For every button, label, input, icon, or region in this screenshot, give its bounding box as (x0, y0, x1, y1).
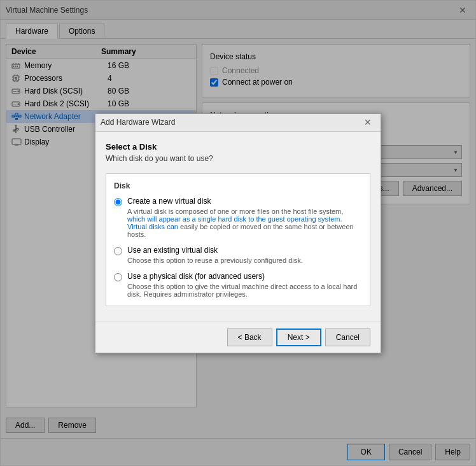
modal-heading: Select a Disk (106, 142, 370, 152)
radio-existing-virtual-desc: Choose this option to reuse a previously… (127, 257, 303, 264)
radio-physical-disk: Use a physical disk (for advanced users)… (114, 272, 362, 298)
modal-title: Add Hardware Wizard (101, 118, 175, 127)
radio-new-virtual-label: Create a new virtual disk (127, 197, 211, 206)
radio-physical-disk-input[interactable] (114, 273, 122, 281)
modal-subheading: Which disk do you want to use? (106, 154, 370, 163)
disk-group-box: Disk Create a new virtual disk A virtual… (106, 173, 370, 306)
disk-group-label: Disk (114, 181, 362, 190)
radio-physical-disk-desc: Choose this option to give the virtual m… (127, 283, 362, 298)
main-window: Virtual Machine Settings ✕ Hardware Opti… (0, 0, 476, 466)
modal-close-button[interactable]: ✕ (360, 116, 375, 129)
radio-physical-disk-label: Use a physical disk (for advanced users) (127, 272, 265, 281)
radio-existing-virtual: Use an existing virtual disk Choose this… (114, 246, 362, 264)
radio-new-virtual: Create a new virtual disk A virtual disk… (114, 197, 362, 238)
back-button[interactable]: < Back (227, 328, 272, 346)
modal-cancel-button[interactable]: Cancel (325, 328, 370, 346)
modal-title-bar: Add Hardware Wizard ✕ (95, 114, 381, 132)
radio-new-virtual-desc: A virtual disk is composed of one or mor… (127, 208, 362, 238)
radio-existing-virtual-input[interactable] (114, 247, 122, 255)
modal-dialog: Add Hardware Wizard ✕ Select a Disk Whic… (95, 113, 381, 353)
radio-existing-virtual-label: Use an existing virtual disk (127, 246, 218, 255)
modal-overlay: Add Hardware Wizard ✕ Select a Disk Whic… (1, 1, 475, 465)
radio-new-virtual-input[interactable] (114, 198, 122, 206)
modal-body: Select a Disk Which disk do you want to … (95, 132, 381, 321)
modal-footer: < Back Next > Cancel (95, 321, 381, 353)
next-button[interactable]: Next > (276, 328, 321, 346)
